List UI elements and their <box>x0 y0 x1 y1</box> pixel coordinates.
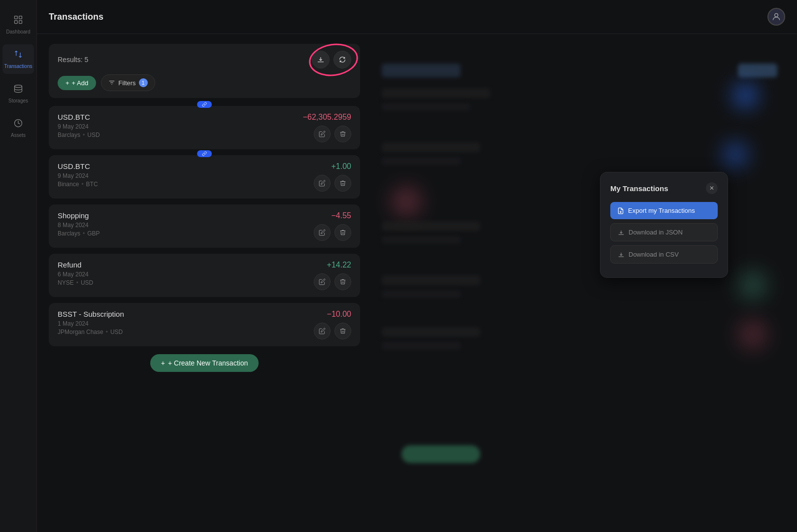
card-row-3: Shopping 8 May 2024 Barclays • GBP −4.55 <box>58 211 351 241</box>
sidebar-item-dashboard[interactable]: Dashboard <box>2 10 34 39</box>
create-icon: + <box>161 359 165 367</box>
export-transactions-button[interactable]: Export my Transactions <box>610 202 718 219</box>
delete-button-1[interactable] <box>334 126 351 142</box>
add-button[interactable]: + + Add <box>58 76 96 90</box>
sidebar-label-transactions: Transactions <box>4 64 33 69</box>
tx-date-5: 1 May 2024 <box>58 320 314 327</box>
add-icon: + <box>66 79 69 87</box>
user-avatar[interactable] <box>767 8 785 26</box>
toolbar: Results: 5 <box>49 44 360 98</box>
modal-title: My Transactions <box>610 184 668 193</box>
create-transaction-button[interactable]: + + Create New Transaction <box>150 354 259 372</box>
refresh-button[interactable] <box>333 51 351 68</box>
transaction-card-5: BSST - Subscription 1 May 2024 JPMorgan … <box>49 303 360 346</box>
card-left-4: Refund 6 May 2024 NYSE • USD <box>58 261 314 286</box>
results-count: Results: 5 <box>58 56 88 64</box>
card-row-2: USD.BTC 9 May 2024 Binance • BTC +1.00 <box>58 162 351 192</box>
transaction-card-2: USD.BTC 9 May 2024 Binance • BTC +1.00 <box>49 155 360 199</box>
card-actions-1 <box>314 126 351 142</box>
tx-date-3: 8 May 2024 <box>58 222 314 229</box>
header: Transactions <box>37 0 797 34</box>
svg-rect-3 <box>19 21 22 24</box>
tx-amount-3: −4.55 <box>332 211 351 220</box>
delete-button-2[interactable] <box>334 175 351 192</box>
edit-button-2[interactable] <box>314 175 331 192</box>
sidebar-item-storages[interactable]: Storages <box>2 79 34 108</box>
tx-date-2: 9 May 2024 <box>58 172 314 179</box>
sidebar-label-dashboard: Dashboard <box>6 29 31 34</box>
toolbar-icons <box>312 51 351 68</box>
download-json-button[interactable]: Download in JSON <box>610 223 718 241</box>
svg-rect-1 <box>19 16 22 19</box>
link-badge-1 <box>197 101 212 108</box>
sidebar-item-assets[interactable]: Assets <box>2 113 34 143</box>
edit-button-5[interactable] <box>314 323 331 339</box>
edit-button-4[interactable] <box>314 273 331 290</box>
svg-rect-0 <box>15 16 18 19</box>
delete-button-3[interactable] <box>334 224 351 241</box>
svg-rect-2 <box>15 21 18 24</box>
filter-label: Filters <box>118 79 135 87</box>
transactions-icon <box>13 49 23 62</box>
card-right-5: −10.00 <box>314 310 351 339</box>
card-left-3: Shopping 8 May 2024 Barclays • GBP <box>58 211 314 237</box>
tx-amount-5: −10.00 <box>327 310 351 319</box>
filter-badge: 1 <box>139 78 148 87</box>
page-title: Transactions <box>49 12 103 22</box>
download-json-label: Download in JSON <box>629 229 683 236</box>
tx-name-4: Refund <box>58 261 314 269</box>
tx-name-1: USD.BTC <box>58 113 303 121</box>
tx-amount-4: +14.22 <box>327 261 351 269</box>
sidebar: Dashboard Transactions Storages Assets <box>0 0 37 532</box>
delete-button-5[interactable] <box>334 323 351 339</box>
svg-point-4 <box>15 85 22 88</box>
download-button[interactable] <box>312 51 330 68</box>
card-right-4: +14.22 <box>314 261 351 290</box>
dashboard-icon <box>13 15 23 27</box>
transaction-card-4: Refund 6 May 2024 NYSE • USD +14.22 <box>49 254 360 297</box>
tx-amount-1: −62,305.2959 <box>303 113 351 122</box>
edit-button-1[interactable] <box>314 126 331 142</box>
download-csv-button[interactable]: Download in CSV <box>610 245 718 264</box>
assets-icon <box>13 118 23 131</box>
tx-source-2: Binance • BTC <box>58 181 314 188</box>
storages-icon <box>13 84 23 96</box>
edit-button-3[interactable] <box>314 224 331 241</box>
card-actions-4 <box>314 273 351 290</box>
sidebar-label-storages: Storages <box>8 98 28 103</box>
tx-name-5: BSST - Subscription <box>58 310 314 318</box>
svg-point-6 <box>775 13 778 17</box>
tx-source-4: NYSE • USD <box>58 279 314 286</box>
transactions-panel: Results: 5 <box>37 34 372 532</box>
toolbar-bottom: + + Add Filters 1 <box>58 74 351 91</box>
filter-button[interactable]: Filters 1 <box>101 74 155 91</box>
tx-name-2: USD.BTC <box>58 162 314 170</box>
card-left-2: USD.BTC 9 May 2024 Binance • BTC <box>58 162 314 188</box>
card-row-5: BSST - Subscription 1 May 2024 JPMorgan … <box>58 310 351 339</box>
main-content: Transactions Results: 5 <box>37 0 797 532</box>
card-right-1: −62,305.2959 <box>303 113 351 142</box>
right-panel: My Transactions ✕ Export my Transactions… <box>372 34 797 532</box>
delete-button-4[interactable] <box>334 273 351 290</box>
card-left-5: BSST - Subscription 1 May 2024 JPMorgan … <box>58 310 314 335</box>
modal-close-button[interactable]: ✕ <box>706 182 718 194</box>
tx-date-1: 9 May 2024 <box>58 123 303 130</box>
create-btn-container: + + Create New Transaction <box>49 354 360 372</box>
card-actions-5 <box>314 323 351 339</box>
card-left-1: USD.BTC 9 May 2024 Barclays • USD <box>58 113 303 138</box>
tx-source-5: JPMorgan Chase • USD <box>58 329 314 335</box>
card-actions-3 <box>314 224 351 241</box>
card-actions-2 <box>314 175 351 192</box>
sidebar-item-transactions[interactable]: Transactions <box>2 44 34 74</box>
transaction-card-1: USD.BTC 9 May 2024 Barclays • USD −62,30… <box>49 106 360 149</box>
add-label: + Add <box>72 79 89 87</box>
modal-header: My Transactions ✕ <box>610 182 718 194</box>
card-right-3: −4.55 <box>314 211 351 241</box>
tx-source-3: Barclays • GBP <box>58 230 314 237</box>
tx-source-1: Barclays • USD <box>58 132 303 138</box>
card-right-2: +1.00 <box>314 162 351 192</box>
tx-amount-2: +1.00 <box>332 162 351 171</box>
create-label: + Create New Transaction <box>168 359 248 367</box>
content-area: Results: 5 <box>37 34 797 532</box>
tx-name-3: Shopping <box>58 211 314 220</box>
